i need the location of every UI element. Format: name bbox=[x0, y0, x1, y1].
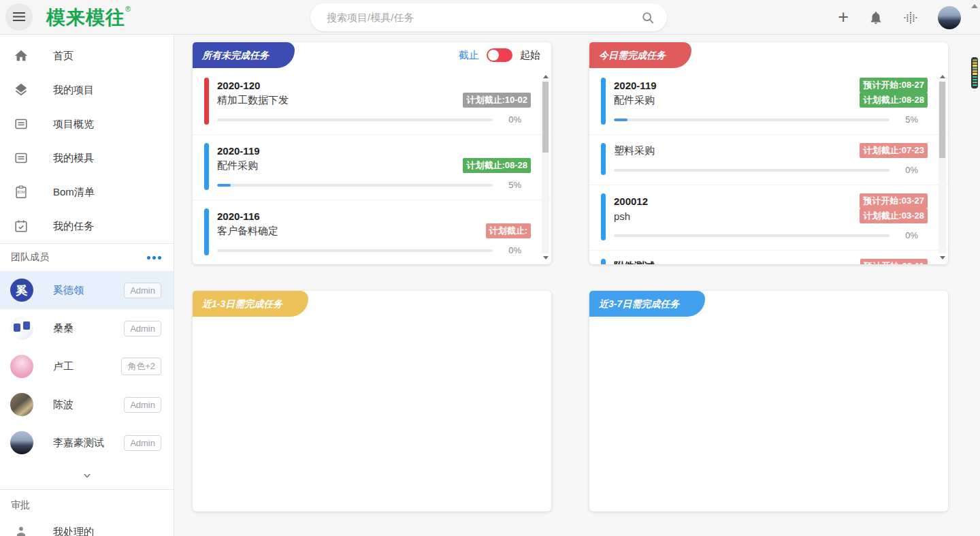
menu-button[interactable] bbox=[5, 3, 33, 31]
task-name: psh bbox=[614, 210, 630, 222]
sidebar-nav: 首页 我的项目 项目概览 我的模具 BOM Bom清单 我的任务 bbox=[0, 35, 174, 243]
hamburger-icon bbox=[13, 12, 25, 14]
task-color-bar bbox=[601, 193, 606, 240]
progress-percent: 5% bbox=[898, 114, 918, 125]
scroll-down-arrow[interactable] bbox=[938, 253, 947, 262]
page-scrollbar[interactable] bbox=[969, 0, 980, 536]
scroll-up-arrow[interactable] bbox=[971, 4, 978, 8]
person-icon bbox=[12, 525, 31, 536]
scrollbar-color-marker[interactable] bbox=[971, 57, 978, 89]
card-lines-icon bbox=[12, 116, 31, 131]
card-title-ribbon: 今日需完成任务 bbox=[589, 42, 691, 68]
start-badge: 预计开始:03-27 bbox=[860, 193, 928, 208]
team-member-row[interactable]: 桑桑 Admin bbox=[0, 309, 174, 347]
progress-track bbox=[614, 234, 889, 237]
sidebar-item-my-molds[interactable]: 我的模具 bbox=[0, 141, 174, 175]
team-member-row[interactable]: 奚 奚德领 Admin bbox=[0, 271, 174, 309]
team-member-row[interactable]: 卢工 角色+2 bbox=[0, 347, 174, 385]
member-role-badge: Admin bbox=[124, 397, 161, 413]
task-progress: 0% bbox=[217, 114, 531, 125]
task-row[interactable]: 2020-119 配件采购 计划截止:08-28 5% bbox=[193, 134, 551, 200]
card-today-tasks: 今日需完成任务 2020-119 预计开始:08-27 配件采购 计划截止:08… bbox=[589, 42, 948, 264]
topbar-actions: + bbox=[838, 0, 961, 35]
task-color-bar bbox=[601, 78, 606, 125]
toggle-label-deadline[interactable]: 截止 bbox=[459, 49, 479, 62]
card-scrollbar[interactable] bbox=[938, 72, 947, 262]
task-row[interactable]: 200012 预计开始:03-27 psh 计划截止:03-28 0% bbox=[589, 185, 948, 250]
task-list: 2020-120 精加工数据下发 计划截止:10-02 0% 2020-119 … bbox=[193, 69, 551, 264]
toggle-switch[interactable] bbox=[487, 48, 512, 62]
task-name: 客户备料确定 bbox=[217, 225, 278, 238]
task-list: 2020-119 预计开始:08-27 配件采购 计划截止:08-28 5% 塑… bbox=[589, 69, 948, 264]
sidebar-item-label: 首页 bbox=[53, 50, 74, 63]
task-name: 配件采购 bbox=[217, 159, 258, 172]
notifications-button[interactable] bbox=[868, 10, 883, 25]
sidebar-item-my-projects[interactable]: 我的项目 bbox=[0, 73, 174, 107]
member-avatar: 奚 bbox=[10, 279, 33, 302]
scrollbar-thumb[interactable] bbox=[542, 82, 549, 153]
member-name: 卢工 bbox=[53, 360, 74, 373]
task-progress: 0% bbox=[614, 165, 928, 175]
card-title-ribbon: 近1-3日需完成任务 bbox=[193, 291, 308, 317]
sidebar-item-my-tasks[interactable]: 我的任务 bbox=[0, 209, 174, 243]
card-lines-icon bbox=[12, 151, 31, 165]
sidebar-item-label: 我的任务 bbox=[53, 220, 94, 233]
user-avatar[interactable] bbox=[938, 6, 961, 29]
search-icon[interactable] bbox=[641, 11, 655, 25]
team-header-label: 团队成员 bbox=[11, 251, 49, 264]
sidebar-item-bom-list[interactable]: BOM Bom清单 bbox=[0, 175, 174, 209]
task-code: 2020-120 bbox=[217, 80, 260, 91]
sidebar-item-project-overview[interactable]: 项目概览 bbox=[0, 107, 174, 141]
member-avatar bbox=[10, 317, 33, 340]
chevron-down-icon bbox=[80, 469, 94, 482]
progress-percent: 0% bbox=[898, 165, 918, 175]
search-input[interactable] bbox=[310, 12, 641, 23]
task-color-bar bbox=[601, 259, 606, 264]
member-name: 李嘉豪测试 bbox=[53, 437, 104, 450]
team-more-icon[interactable] bbox=[147, 253, 161, 262]
scrollbar-track[interactable] bbox=[542, 80, 549, 253]
member-name: 桑桑 bbox=[53, 322, 74, 335]
card-title-ribbon: 所有未完成任务 bbox=[193, 42, 295, 68]
bell-icon bbox=[868, 10, 883, 25]
sidebar-item-my-approvals[interactable]: 我处理的 bbox=[0, 516, 174, 536]
scroll-up-arrow[interactable] bbox=[541, 72, 550, 80]
task-row[interactable]: 2020-120 精加工数据下发 计划截止:10-02 0% bbox=[193, 69, 551, 134]
assistant-button[interactable] bbox=[903, 10, 918, 25]
team-member-row[interactable]: 陈波 Admin bbox=[0, 385, 174, 424]
scroll-down-arrow[interactable] bbox=[541, 253, 550, 262]
logo-registered-mark: ® bbox=[125, 5, 131, 13]
scrollbar-thumb[interactable] bbox=[939, 82, 945, 158]
progress-track bbox=[217, 249, 493, 252]
deadline-badge: 计划截止:10-02 bbox=[463, 93, 531, 108]
deadline-badge: 计划截止:07-23 bbox=[860, 143, 928, 158]
app-logo: 模来模往® bbox=[46, 5, 131, 31]
scroll-up-arrow[interactable] bbox=[938, 72, 947, 80]
task-row[interactable]: 附件测试 预计开始:03-11 粗加工 计划截止:03-11 bbox=[589, 250, 948, 264]
task-progress: 5% bbox=[614, 114, 928, 125]
scrollbar-track[interactable] bbox=[938, 80, 946, 253]
member-role-badge: Admin bbox=[124, 435, 161, 451]
sidebar-item-home[interactable]: 首页 bbox=[0, 39, 174, 73]
member-avatar bbox=[10, 431, 33, 454]
task-progress: 0% bbox=[217, 245, 531, 255]
task-row[interactable]: 2020-116 客户备料确定 计划截止: 0% bbox=[193, 200, 551, 264]
sidebar-item-label: 我的模具 bbox=[53, 152, 94, 165]
task-row[interactable]: 塑料采购 计划截止:07-23 0% bbox=[589, 134, 948, 185]
add-button[interactable]: + bbox=[838, 8, 849, 27]
logo-text: 模来模往 bbox=[46, 7, 125, 28]
task-code: 附件测试 bbox=[614, 260, 655, 265]
task-color-bar bbox=[204, 143, 209, 190]
task-row[interactable]: 2020-119 预计开始:08-27 配件采购 计划截止:08-28 5% bbox=[589, 69, 948, 134]
deadline-badge: 计划截止:08-28 bbox=[463, 158, 531, 173]
team-expand-button[interactable] bbox=[0, 462, 174, 489]
toggle-knob bbox=[488, 50, 499, 61]
team-member-row[interactable]: 李嘉豪测试 Admin bbox=[0, 424, 174, 462]
approval-section-label: 审批 bbox=[0, 490, 174, 516]
clipboard-bom-icon: BOM bbox=[12, 185, 31, 200]
card-scrollbar[interactable] bbox=[541, 72, 550, 262]
sidebar-item-label: 我的项目 bbox=[53, 84, 94, 97]
member-name: 陈波 bbox=[53, 398, 74, 411]
toggle-label-start[interactable]: 起始 bbox=[520, 49, 540, 62]
deadline-badge: 计划截止:03-28 bbox=[860, 208, 928, 223]
